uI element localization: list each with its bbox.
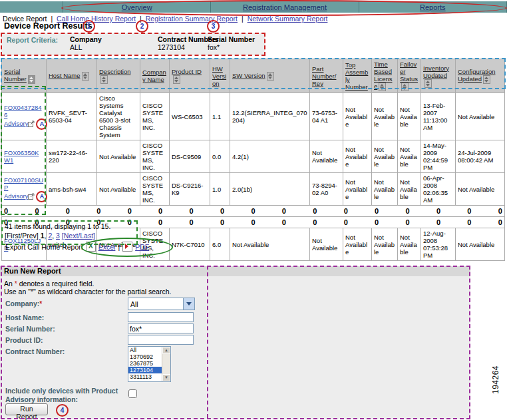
annotation-callout-a: A	[36, 118, 47, 130]
cell-inventory-updated: 14-May-2009 02:44:59 PM	[421, 140, 456, 173]
column-header-serial-number[interactable]: Serial Number	[2, 59, 47, 93]
advisory-link[interactable]: Advisory	[4, 120, 28, 127]
zero-cell: 0	[375, 218, 379, 226]
zero-cell: 0	[251, 207, 255, 215]
pagination-first-prev: [First/Prev]	[5, 232, 39, 240]
column-header-hw-version[interactable]: HW Version	[210, 59, 230, 93]
company-label: Company:*	[5, 300, 42, 308]
figure-number: 194264	[491, 365, 500, 394]
tab-registration-management[interactable]: Registration Management	[211, 1, 359, 13]
sort-icon[interactable]	[82, 72, 89, 81]
cell-hw-version: 6.0	[210, 228, 230, 261]
advisory-checkbox[interactable]	[128, 389, 137, 398]
cell-host-name: ams-bsh-sw4	[47, 173, 97, 206]
serial-link[interactable]: FOX06350KW1	[4, 149, 39, 164]
column-header-failover-status[interactable]: Failover Status	[398, 59, 421, 93]
annotation-callout-1: 1	[83, 20, 95, 33]
sort-icon[interactable]	[483, 75, 490, 84]
run-report-button[interactable]: Run Report	[5, 403, 48, 415]
cell-failover: Not Available	[398, 228, 421, 261]
zero-cell: 0	[128, 207, 132, 215]
contract-options: All1370692236787512731043311113	[128, 347, 162, 381]
product-id-field[interactable]	[128, 335, 194, 345]
column-sort-link[interactable]: HW Version	[212, 65, 226, 87]
cell-sw-version: Not Available	[230, 228, 310, 261]
link-network-summary-report[interactable]: Network Summary Report	[248, 15, 328, 23]
cell-time-based: Not Available	[372, 93, 398, 140]
sort-icon[interactable]	[173, 75, 180, 84]
column-sort-link[interactable]: Part Number/Rev	[312, 65, 336, 87]
breadcrumb-separator: |	[242, 15, 244, 23]
sort-icon[interactable]	[401, 83, 409, 91]
company-select[interactable]: All	[128, 298, 195, 310]
column-header-time-based-license[interactable]: Time Based License	[372, 59, 398, 93]
column-sort-link[interactable]: Description	[99, 68, 131, 75]
column-header-product-id[interactable]: Product ID	[170, 59, 210, 93]
column-header-part-number-rev[interactable]: Part Number/Rev	[310, 59, 343, 93]
column-header-sw-version[interactable]: SW Version	[230, 59, 310, 93]
device-report-table: Serial Number Host Name Description Comp…	[1, 59, 505, 261]
cell-configuration-updated: Not Available	[456, 228, 505, 261]
zero-values: 00000000000000000	[4, 207, 502, 215]
host-name-field[interactable]	[128, 312, 194, 322]
listbox-scrollbar[interactable]: ▲ ▼	[162, 347, 170, 381]
sort-icon[interactable]	[267, 72, 274, 81]
sort-icon[interactable]	[100, 75, 108, 84]
scroll-up-icon[interactable]: ▲	[162, 347, 170, 354]
contract-option[interactable]: 1370692	[128, 353, 162, 360]
serial-link[interactable]: FOX07100SUP	[4, 176, 43, 191]
column-sort-link[interactable]: Top Assembly Number	[345, 61, 368, 91]
zero-cell: 0	[128, 218, 132, 226]
zero-cell: 0	[405, 218, 409, 226]
sort-icon[interactable]	[28, 75, 35, 84]
column-header-top-assembly-number[interactable]: Top Assembly Number	[343, 59, 372, 93]
export-pdf-link[interactable]: PDF	[135, 243, 149, 251]
cell-top-assembly: Not Available	[343, 228, 372, 261]
serial-link[interactable]: FOX04372846	[4, 104, 42, 118]
contract-option[interactable]: All	[128, 347, 162, 353]
column-sort-link[interactable]: Failover Status	[400, 61, 418, 83]
pagination-next-last[interactable]: [Next/Last]	[62, 232, 95, 240]
excel-icon[interactable]: X	[86, 242, 96, 252]
serial-number-field[interactable]	[128, 323, 194, 333]
zero-cell: 0	[375, 207, 379, 215]
sort-icon[interactable]	[379, 83, 386, 91]
column-header-inventory-updated[interactable]: Inventory Updated	[421, 59, 456, 93]
zero-cell: 0	[344, 218, 348, 226]
zero-cell: 0	[498, 218, 502, 226]
cell-company-name: CISCO SYSTEMS, INC.	[140, 140, 170, 173]
scroll-down-icon[interactable]: ▼	[162, 374, 170, 381]
column-header-company-name[interactable]: Company Name	[140, 59, 170, 93]
pdf-icon[interactable]	[122, 242, 132, 252]
table-row: FOX04372846 AdvisoryA RVFK_SEVT-6503-04 …	[2, 93, 505, 140]
zero-cell: 0	[4, 207, 8, 215]
advisory-link[interactable]: Advisory	[4, 192, 28, 200]
column-header-description[interactable]: Description	[97, 59, 140, 93]
column-sort-link[interactable]: Host Name	[49, 72, 81, 79]
column-header-host-name[interactable]: Host Name	[47, 59, 97, 93]
export-excel-link[interactable]: Excel	[98, 243, 116, 251]
cell-part-number: 73-6753-04 A1	[310, 93, 343, 140]
pagination-page-3[interactable]: 3	[56, 232, 60, 240]
contract-option[interactable]: 1273104	[128, 367, 162, 373]
zero-row: 00000000000000000	[2, 206, 505, 217]
column-sort-link[interactable]: Inventory Updated	[423, 65, 449, 79]
criteria-company-name: Company	[70, 35, 102, 43]
column-sort-link[interactable]: SW Version	[232, 72, 265, 79]
criteria-serial-value: fox*	[208, 43, 220, 51]
sort-icon[interactable]	[424, 79, 432, 88]
column-sort-link[interactable]: Serial Number	[4, 68, 27, 83]
column-header-configuration-updated[interactable]: Configuration Updated	[456, 59, 505, 93]
chevron-down-icon[interactable]	[183, 298, 194, 310]
column-sort-link[interactable]: Product ID	[172, 68, 202, 75]
tab-overview[interactable]: Overview	[63, 1, 211, 13]
cell-time-based: Not Available	[372, 140, 398, 173]
cell-sw-version: 4.2(1)	[230, 140, 310, 173]
tab-reports[interactable]: Reports	[359, 1, 507, 13]
column-sort-link[interactable]: Company Name	[142, 69, 166, 83]
cell-serial: FOX07100SUP AdvisoryA	[2, 173, 47, 206]
contract-listbox[interactable]: All1370692236787512731043311113 ▲ ▼	[128, 346, 171, 382]
contract-option[interactable]: 3311113	[128, 373, 162, 380]
contract-option[interactable]: 2367875	[128, 360, 162, 367]
link-registration-summary-report[interactable]: Registration Summary Report	[146, 15, 238, 23]
